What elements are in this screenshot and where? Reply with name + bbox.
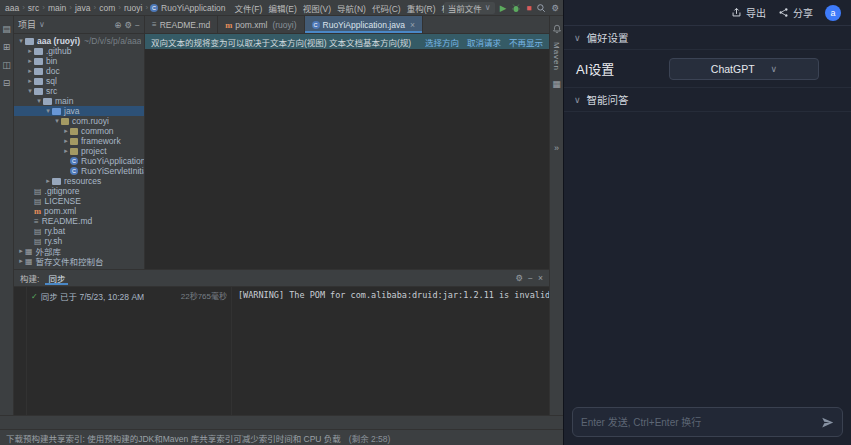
- plus-icon[interactable]: ⊕: [114, 20, 121, 30]
- library-icon: ▦: [25, 257, 33, 266]
- breadcrumb-item[interactable]: com: [98, 3, 116, 13]
- minus-icon[interactable]: −: [135, 20, 140, 30]
- package-icon: [70, 128, 78, 135]
- notification-action[interactable]: 不再显示: [509, 36, 543, 48]
- tree-item[interactable]: ▤.gitignore: [14, 186, 144, 196]
- tree-chevron-icon: ▸: [26, 47, 34, 55]
- tree-item[interactable]: ▸project: [14, 146, 144, 156]
- share-button[interactable]: 分享: [778, 5, 813, 20]
- tree-item[interactable]: CRuoYiApplication: [14, 156, 144, 166]
- notifications-bell-icon[interactable]: [552, 24, 562, 34]
- tree-chevron-icon: ▸: [62, 137, 70, 145]
- folder-icon: [52, 178, 61, 185]
- gear-icon[interactable]: ⚙: [515, 273, 523, 283]
- build-panel-header: 构建: 同步 ⚙ − ×: [14, 270, 549, 287]
- section-preferences-label: 偏好设置: [587, 30, 629, 45]
- section-preferences[interactable]: ∨ 偏好设置: [564, 26, 851, 50]
- tree-item[interactable]: ▸▦外部库: [14, 246, 144, 256]
- breadcrumb-item[interactable]: main: [47, 3, 67, 13]
- breadcrumb-item[interactable]: aaa: [4, 3, 20, 13]
- editor-tab[interactable]: CRuoYiApplication.java×: [305, 16, 423, 33]
- editor-tab[interactable]: mpom.xml(ruoyi): [218, 16, 304, 33]
- breadcrumb-item[interactable]: java: [74, 3, 92, 13]
- section-qa[interactable]: ∨ 智能问答: [564, 88, 851, 112]
- collapse-panel-icon[interactable]: »: [554, 143, 559, 153]
- menu-item[interactable]: 视图(V): [300, 2, 334, 14]
- tree-item[interactable]: ▸common: [14, 126, 144, 136]
- tree-item[interactable]: ▸▦暂存文件和控制台: [14, 256, 144, 266]
- chevron-down-icon: ∨: [574, 33, 581, 43]
- tree-item[interactable]: ▤ry.bat: [14, 226, 144, 236]
- tree-item[interactable]: ▸doc: [14, 66, 144, 76]
- menu-item[interactable]: 代码(C): [369, 2, 404, 14]
- run-config-select[interactable]: 当前文件 ∨: [444, 2, 495, 14]
- database-icon[interactable]: ▦: [552, 79, 561, 89]
- close-icon[interactable]: ×: [410, 20, 415, 30]
- chat-input[interactable]: [572, 407, 843, 437]
- menu-item[interactable]: 编辑(E): [265, 2, 299, 14]
- section-qa-label: 智能问答: [587, 92, 629, 107]
- editor-area: 双向文本的规将变为可以取决于文本方向(视图) 文本文档基本方向(规) 选择方向取…: [145, 34, 549, 269]
- commit-icon[interactable]: ◫: [2, 60, 11, 70]
- menu-item[interactable]: 导航(N): [334, 2, 369, 14]
- breadcrumb-item[interactable]: RuoYiApplication: [160, 3, 226, 13]
- build-tab-sync[interactable]: 同步: [45, 271, 68, 285]
- tree-item[interactable]: ≡README.md: [14, 216, 144, 226]
- left-tool-stripe: ▤⊞◫⊟: [0, 16, 14, 415]
- tree-item[interactable]: ▸.github: [14, 46, 144, 56]
- menu-item[interactable]: 文件(F): [232, 2, 266, 14]
- tree-item-label: sql: [46, 76, 57, 86]
- menu-item[interactable]: 重构(R): [404, 2, 439, 14]
- check-icon: ✓: [31, 292, 38, 301]
- tree-item[interactable]: CRuoYiServletInitializ...: [14, 166, 144, 176]
- editor-tab[interactable]: ≡README.md: [145, 16, 218, 33]
- tree-item[interactable]: ▾src: [14, 86, 144, 96]
- class-icon: C: [70, 157, 78, 165]
- tree-item[interactable]: ▸framework: [14, 136, 144, 146]
- structure-icon[interactable]: ⊞: [3, 42, 11, 52]
- tree-item[interactable]: ▾java: [14, 106, 144, 116]
- build-panel-body: ✓ 同步 已于 7/5/23, 10:28 AM 22秒765毫秒 [WARNI…: [14, 287, 549, 415]
- debug-button[interactable]: [511, 3, 521, 13]
- minimize-icon[interactable]: −: [528, 273, 533, 283]
- notification-action[interactable]: 取消请求: [467, 36, 501, 48]
- tree-item[interactable]: ▾main: [14, 96, 144, 106]
- folder-icon: [34, 68, 43, 75]
- model-select[interactable]: ChatGPT ∨: [669, 58, 819, 80]
- notification-action[interactable]: 选择方向: [425, 36, 459, 48]
- gear-icon[interactable]: ⚙: [124, 20, 132, 30]
- build-tree-item[interactable]: ✓ 同步 已于 7/5/23, 10:28 AM: [31, 290, 144, 302]
- tree-chevron-icon: ▸: [17, 257, 25, 265]
- tree-item-label: 暂存文件和控制台: [36, 256, 104, 266]
- tree-item[interactable]: ▸sql: [14, 76, 144, 86]
- chat-input-field[interactable]: [581, 417, 815, 428]
- tree-item[interactable]: ▾aaa (ruoyi)~/D/v/s/p/a/aaa: [14, 36, 144, 46]
- editor-split: ▾aaa (ruoyi)~/D/v/s/p/a/aaa▸.github▸bin▸…: [14, 34, 549, 269]
- code-editor[interactable]: [145, 49, 549, 269]
- tree-item[interactable]: ▾com.ruoyi: [14, 116, 144, 126]
- run-button[interactable]: ▶: [500, 3, 507, 13]
- tab-label: RuoYiApplication.java: [323, 20, 405, 30]
- send-button[interactable]: [821, 416, 834, 429]
- services-icon[interactable]: ⊟: [3, 78, 11, 88]
- maven-tool-button[interactable]: Maven: [552, 42, 561, 71]
- tree-chevron-icon: ▸: [26, 67, 34, 75]
- tree-item[interactable]: ▤ry.sh: [14, 236, 144, 246]
- account-avatar[interactable]: a: [825, 5, 841, 21]
- ai-assistant-panel: 导出 分享 a ∨ 偏好设置 AI设置 ChatGPT ∨ ∨ 智能问答: [563, 0, 851, 445]
- tree-item[interactable]: ▸bin: [14, 56, 144, 66]
- search-button[interactable]: [536, 3, 546, 13]
- close-icon[interactable]: ×: [538, 273, 543, 283]
- stop-button[interactable]: ■: [526, 3, 531, 13]
- project-icon[interactable]: ▤: [2, 24, 11, 34]
- breadcrumb-item[interactable]: ruoyi: [123, 3, 143, 13]
- tree-item[interactable]: mpom.xml: [14, 206, 144, 216]
- tree-item[interactable]: ▸resources: [14, 176, 144, 186]
- tree-item[interactable]: ▤LICENSE: [14, 196, 144, 206]
- breadcrumb-item[interactable]: src: [27, 3, 40, 13]
- ide-window: aaa›src›main›java›com›ruoyi›CRuoYiApplic…: [0, 0, 563, 445]
- settings-button[interactable]: ⚙: [551, 3, 559, 13]
- tree-item-label: pom.xml: [44, 206, 76, 216]
- tree-item-label: com.ruoyi: [72, 116, 109, 126]
- export-button[interactable]: 导出: [731, 5, 766, 20]
